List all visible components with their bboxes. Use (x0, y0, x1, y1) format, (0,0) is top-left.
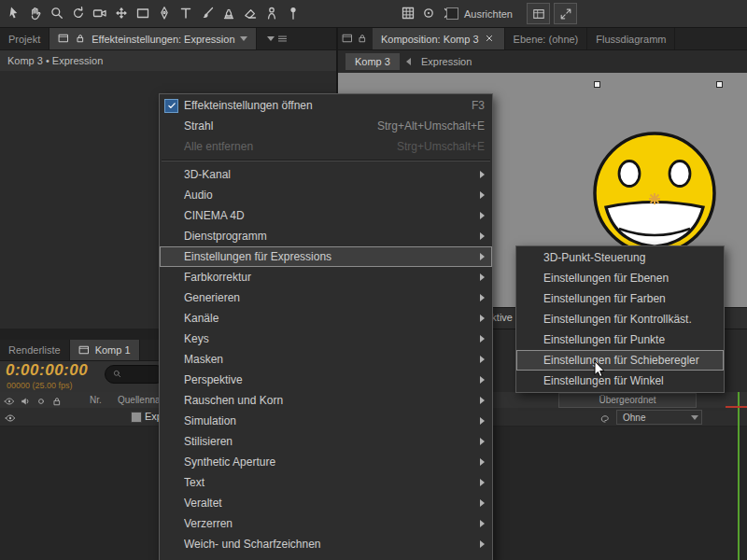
menu-item[interactable]: Veraltet (160, 493, 492, 513)
menu-item[interactable]: Audio (160, 185, 492, 205)
panel-icon (58, 33, 70, 45)
layer-label-chip[interactable] (131, 412, 142, 423)
tab-flussdiagramm[interactable]: Flussdiagramm (587, 28, 675, 49)
tab-renderliste[interactable]: Renderliste (0, 340, 70, 360)
pen-tool-icon[interactable] (154, 3, 175, 23)
menu-item-label: Simulation (184, 414, 459, 427)
speaker-icon[interactable] (20, 394, 32, 406)
target-icon[interactable] (420, 5, 436, 21)
menu-item[interactable]: Zeit (160, 554, 492, 560)
menu-item[interactable]: Kanäle (160, 308, 492, 329)
solo-icon[interactable] (35, 394, 48, 406)
menu-item-label: Farbkorrektur (184, 271, 459, 284)
menu-item: Alle entfernenStrg+Umschalt+E (160, 136, 492, 157)
hand-tool-icon[interactable] (25, 3, 46, 23)
brush-tool-icon[interactable] (197, 3, 218, 23)
submenu-arrow-icon (480, 479, 485, 486)
submenu-item[interactable]: Einstellungen für Schieberegler (516, 350, 724, 371)
eraser-tool-icon[interactable] (240, 3, 261, 23)
menu-item[interactable]: CINEMA 4D (160, 205, 492, 226)
tab-komp1[interactable]: Komp 1 (70, 340, 140, 360)
tab-effect-controls[interactable]: Effekteinstellungen: Expression (49, 28, 256, 49)
submenu-item[interactable]: 3D-Punkt-Steuerung (516, 247, 724, 268)
column-parent[interactable]: Übergeordnet (558, 393, 697, 408)
menu-item[interactable]: Synthetic Aperture (160, 452, 492, 472)
layer-handle[interactable] (594, 81, 600, 88)
menu-item-label: Keys (184, 332, 459, 345)
align-checkbox-group[interactable]: Ausrichten (446, 0, 513, 27)
align-checkbox[interactable] (446, 7, 458, 20)
type-tool-icon[interactable] (176, 3, 196, 23)
menu-item[interactable]: Rauschen und Korn (160, 390, 492, 411)
menu-item[interactable]: Keys (160, 329, 492, 349)
menu-item[interactable]: Stilisieren (160, 431, 492, 452)
menu-separator (162, 160, 490, 161)
panel-menu-button[interactable] (262, 28, 293, 49)
search-field[interactable] (105, 365, 165, 384)
menu-item[interactable]: Dienstprogramm (160, 226, 492, 246)
submenu-arrow-icon (480, 376, 485, 384)
timecode-display[interactable]: 0:00:00:00 (6, 361, 88, 380)
menu-item-label: Text (184, 476, 459, 489)
submenu-item[interactable]: Einstellungen für Farben (516, 288, 724, 309)
menu-item[interactable]: StrahlStrg+Alt+Umschalt+E (160, 116, 492, 136)
nav-tab-komp3[interactable]: Komp 3 (345, 53, 400, 70)
unified-camera-tool-icon[interactable] (90, 3, 110, 23)
nav-tab-expression[interactable]: Expression (417, 53, 475, 70)
menu-item[interactable]: 3D-Kanal (160, 164, 492, 185)
eye-icon[interactable] (4, 394, 16, 406)
toolbar: Ausrichten (0, 0, 747, 28)
align-label: Ausrichten (464, 8, 513, 20)
submenu-arrow-icon (480, 273, 485, 281)
eye-icon[interactable] (5, 411, 17, 423)
menu-item-label: Einstellungen für Winkel (543, 374, 716, 387)
submenu-arrow-icon (480, 356, 485, 363)
roto-brush-tool-icon[interactable] (261, 3, 282, 23)
menu-item[interactable]: Farbkorrektur (160, 267, 492, 287)
parent-dropdown[interactable]: Ohne (616, 410, 702, 425)
menu-item[interactable]: Masken (160, 349, 492, 370)
selection-tool-icon[interactable] (4, 3, 24, 23)
close-icon[interactable] (484, 33, 496, 45)
menu-item[interactable]: Verzerren (160, 513, 492, 534)
lock-icon[interactable] (51, 394, 63, 406)
rotation-tool-icon[interactable] (68, 3, 89, 23)
layer-handle[interactable] (716, 81, 723, 88)
grid-icon[interactable] (400, 5, 416, 21)
tab-komposition[interactable]: Komposition: Komp 3 (373, 28, 505, 49)
clone-stamp-tool-icon[interactable] (218, 3, 239, 23)
puppet-pin-tool-icon[interactable] (283, 3, 303, 23)
menu-item[interactable]: Effekteinstellungen öffnenF3 (160, 95, 492, 116)
pickwhip-icon[interactable] (599, 411, 612, 423)
menu-item-label: Generieren (184, 291, 459, 304)
tab-projekt[interactable]: Projekt (0, 28, 49, 49)
expand-arrows-icon[interactable] (554, 3, 577, 24)
submenu-arrow-icon (480, 458, 485, 466)
menu-item-label: Perspektive (184, 373, 459, 386)
tab-ebene[interactable]: Ebene: (ohne) (505, 28, 588, 49)
context-submenu: 3D-Punkt-SteuerungEinstellungen für Eben… (515, 245, 725, 393)
menu-item[interactable]: Einstellungen für Expressions (160, 246, 492, 267)
chevron-down-icon (267, 36, 275, 41)
menu-shortcut: Strg+Umschalt+E (397, 140, 485, 153)
zoom-tool-icon[interactable] (47, 3, 67, 23)
pan-behind-tool-icon[interactable] (111, 3, 132, 23)
workspace-layout-icon[interactable] (527, 3, 550, 24)
submenu-arrow-icon (480, 171, 485, 178)
submenu-item[interactable]: Einstellungen für Ebenen (516, 268, 724, 288)
submenu-item[interactable]: Einstellungen für Kontrollkäst. (516, 309, 724, 329)
mouse-cursor (594, 360, 607, 379)
timeline-marker-red (726, 406, 747, 408)
shape-tool-icon[interactable] (133, 3, 153, 23)
column-nr: Nr. (90, 395, 102, 405)
tab-label: Flussdiagramm (596, 34, 666, 45)
menu-item[interactable]: Perspektive (160, 370, 492, 390)
menu-item[interactable]: Text (160, 472, 492, 493)
menu-item[interactable]: Weich- und Scharfzeichnen (160, 534, 492, 554)
left-panel-tabbar: Projekt Effekteinstellungen: Expression (0, 28, 336, 50)
submenu-item[interactable]: Einstellungen für Winkel (516, 371, 724, 391)
submenu-item[interactable]: Einstellungen für Punkte (516, 329, 724, 350)
menu-item[interactable]: Simulation (160, 411, 492, 431)
menu-item[interactable]: Generieren (160, 287, 492, 308)
tab-label: Projekt (8, 34, 40, 45)
